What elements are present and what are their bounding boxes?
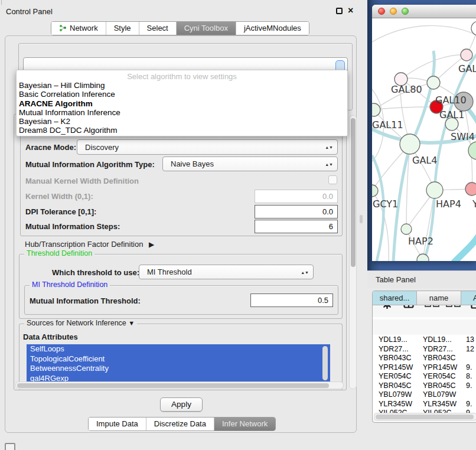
tab-discretize-data[interactable]: Discretize Data (146, 418, 214, 431)
node-label: GAL11 (372, 119, 403, 131)
table-cell[interactable]: YPR145W (417, 363, 461, 372)
mi-steps-field[interactable]: 6 (255, 220, 338, 233)
minimize-traffic-icon[interactable] (390, 8, 397, 15)
table-cell[interactable]: YBR045C (417, 381, 461, 390)
list-item[interactable]: TopologicalCoefficient (27, 354, 330, 364)
collapsed-panel-icon[interactable] (5, 443, 15, 450)
table-cell[interactable]: YER054C (417, 371, 461, 381)
cyni-toolbox-panel: galFiltered.sif default node ▲▼ Select a… (5, 35, 357, 433)
data-attributes-list[interactable]: SelfLoops TopologicalCoefficient Between… (27, 344, 330, 383)
control-panel-tabs: Network Style Select Cyni Toolbox jActiv… (51, 21, 309, 35)
column-header-partial[interactable]: A (461, 291, 476, 305)
table-horizontal-scrollbar[interactable] (374, 413, 476, 420)
node-label: GAL (458, 63, 476, 74)
zoom-traffic-icon[interactable] (402, 8, 409, 15)
table-cell[interactable]: YBR043C (417, 353, 461, 363)
tab-network[interactable]: Network (51, 22, 106, 35)
node-hap2[interactable] (401, 224, 412, 234)
close-traffic-icon[interactable] (378, 8, 385, 15)
table-cell[interactable]: YBL079W (373, 390, 417, 399)
dpi-tolerance-field[interactable]: 0.0 (255, 205, 338, 219)
table-cell[interactable]: 8. (461, 371, 476, 381)
data-attributes-label: Data Attributes (23, 332, 78, 341)
node-gal11[interactable] (372, 103, 380, 116)
list-scrollbar[interactable] (322, 346, 328, 380)
table-cell[interactable]: YDR27... (417, 344, 461, 354)
mi-steps-label: Mutual Information Steps: (25, 222, 120, 231)
table-cell[interactable]: YDR27... (373, 344, 417, 354)
table-cell[interactable]: 9. (461, 399, 476, 409)
aracne-mode-value: Discovery (85, 143, 119, 152)
mi-type-combobox[interactable]: Naive Bayes ▲▼ (162, 156, 338, 171)
sources-group-title[interactable]: Sources for Network Inference ▼ (24, 319, 137, 327)
control-panel-title: Control Panel (6, 7, 53, 16)
manual-kernel-checkbox[interactable] (328, 175, 337, 184)
table-cell[interactable]: YDL19... (373, 335, 417, 344)
cyni-algorithm-settings-group: Cyni Algorithm Settings Algorithm Defini… (14, 114, 347, 390)
table-cell[interactable]: YDL19... (417, 335, 461, 344)
column-header-name[interactable]: name (417, 291, 461, 305)
tab-impute-data[interactable]: Impute Data (89, 418, 146, 431)
collapse-down-icon: ▼ (128, 319, 135, 327)
table-cell[interactable]: YPR145W (373, 363, 417, 372)
network-canvas[interactable]: GAL GAL80 GAL10 GAL1 GAL11 SWI4 GAL4 GCY… (372, 18, 476, 261)
dropdown-item[interactable]: Dream8 DC_TDC Algorithm (17, 126, 347, 135)
threshold-definition-title: Threshold Definition (24, 249, 94, 257)
tab-infer-network[interactable]: Infer Network (214, 418, 275, 431)
tab-cyni-toolbox[interactable]: Cyni Toolbox (176, 22, 236, 35)
network-window-titlebar[interactable] (372, 5, 476, 18)
aracne-mode-combobox[interactable]: Discovery ▲▼ (77, 139, 338, 155)
hub-definition-label: Hub/Transcription Factor Definition (25, 240, 143, 249)
node-gcy1[interactable] (372, 185, 378, 197)
close-icon[interactable]: × (348, 7, 353, 14)
horizontal-scrollbar[interactable] (15, 381, 344, 389)
dropdown-item[interactable]: Basic Correlation Inference (17, 90, 347, 99)
network-view-window: GAL GAL80 GAL10 GAL1 GAL11 SWI4 GAL4 GCY… (372, 5, 476, 261)
table-cell[interactable]: 12 (461, 344, 476, 354)
dropdown-item[interactable]: Bayesian – K2 (17, 117, 347, 126)
table-cell[interactable]: YLR345W (373, 399, 417, 409)
mi-threshold-group-title: MI Threshold Definition (30, 281, 110, 289)
tab-select[interactable]: Select (139, 22, 176, 35)
node-labels: GAL GAL80 GAL10 GAL1 GAL11 SWI4 GAL4 GCY… (372, 63, 476, 247)
dropdown-item[interactable]: Mutual Information Inference (17, 108, 347, 117)
table-cell[interactable]: YER054C (373, 371, 417, 381)
node-hap4[interactable] (426, 182, 443, 198)
table-panel-titlebar: Table Panel (367, 270, 476, 288)
dropdown-item[interactable]: Bayesian – Hill Climbing (17, 81, 347, 90)
algorithm-definition-group: Algorithm Definition Aracne Mode: Discov… (20, 130, 343, 236)
list-item[interactable]: SelfLoops (27, 344, 330, 354)
node-gal10[interactable] (427, 76, 440, 89)
hub-definition-toggle[interactable]: Hub/Transcription Factor Definition ▶ (25, 240, 154, 249)
table-cell[interactable]: 9. (461, 363, 476, 372)
table-cell[interactable] (461, 353, 476, 363)
combo-arrows-icon: ▲▼ (325, 162, 333, 165)
table-cell[interactable]: YBR043C (373, 353, 417, 363)
settings-vertical-scrollbar[interactable] (349, 115, 357, 389)
node-gal4[interactable] (400, 134, 420, 154)
column-header-shared-name[interactable]: shared... (373, 291, 417, 305)
combo-arrows-icon: ▲▼ (325, 146, 333, 149)
expand-right-icon: ▶ (149, 240, 154, 249)
tab-style[interactable]: Style (106, 22, 139, 35)
node-right-green[interactable] (468, 142, 476, 159)
mi-threshold-field[interactable]: 0.5 (250, 294, 333, 307)
panel-splitter-handle[interactable] (360, 215, 363, 223)
which-threshold-value: MI Threshold (147, 268, 192, 276)
kernel-width-field[interactable]: 0.0 (255, 190, 338, 203)
float-window-icon[interactable] (336, 8, 343, 14)
table-cell[interactable]: YBL079W (417, 390, 461, 399)
node-gal-pink[interactable] (461, 49, 472, 61)
table-cell[interactable]: 9. (461, 381, 476, 390)
tab-jactivemnodules[interactable]: jActiveMNodules (236, 22, 309, 35)
table-cell[interactable]: YBR045C (373, 381, 417, 390)
list-item[interactable]: BetweennessCentrality (27, 364, 330, 374)
node-salmon[interactable] (465, 182, 476, 195)
table-cell[interactable]: 13 (461, 335, 476, 344)
dropdown-item-aracne[interactable]: ARACNE Algorithm (17, 99, 347, 108)
table-cell[interactable]: YLR345W (417, 399, 461, 409)
table-cell[interactable] (461, 390, 476, 399)
aracne-mode-label: Aracne Mode: (25, 143, 76, 152)
apply-button[interactable]: Apply (160, 397, 203, 412)
which-threshold-combobox[interactable]: MI Threshold ▲▼ (139, 265, 314, 279)
